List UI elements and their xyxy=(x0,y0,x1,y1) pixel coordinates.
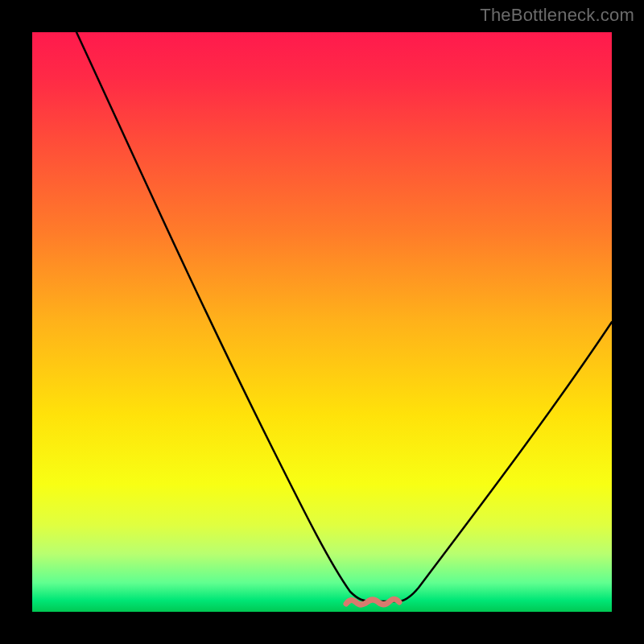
bottleneck-curve xyxy=(76,32,612,601)
chart-frame: TheBottleneck.com xyxy=(0,0,644,644)
plot-area xyxy=(32,32,612,612)
watermark-text: TheBottleneck.com xyxy=(480,5,634,26)
minimum-bump xyxy=(346,599,399,605)
curve-svg xyxy=(32,32,612,612)
